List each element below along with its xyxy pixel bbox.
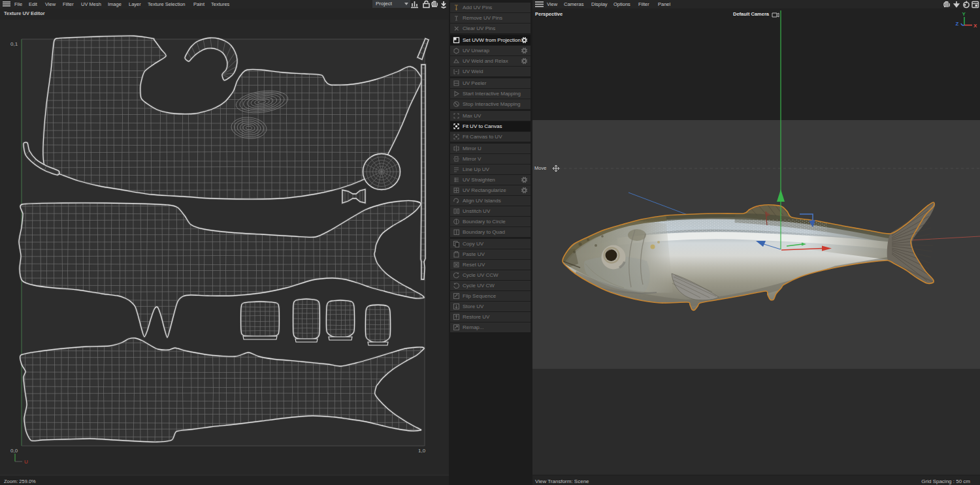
svg-text:Y: Y [962, 11, 966, 17]
svg-text:0,0: 0,0 [10, 448, 18, 454]
svg-text:0,1: 0,1 [10, 41, 18, 47]
svg-text:X: X [973, 23, 977, 29]
svg-text:1,0: 1,0 [418, 448, 426, 454]
svg-text:Z: Z [956, 21, 959, 27]
svg-text:U: U [24, 459, 28, 465]
